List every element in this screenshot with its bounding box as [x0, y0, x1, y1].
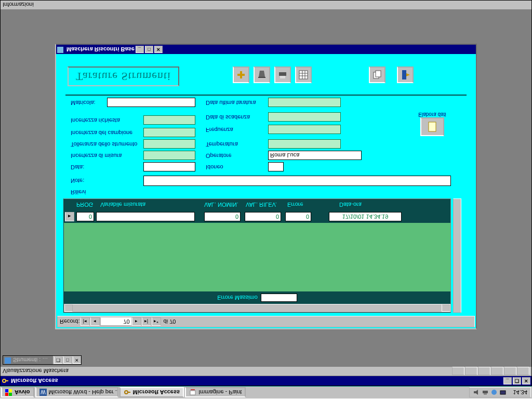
cell-variabile[interactable]	[96, 212, 195, 221]
min-close-button[interactable]: ✕	[73, 356, 81, 364]
close-button[interactable]: ✕	[522, 377, 530, 384]
label-note: Note:	[71, 178, 84, 184]
copy-button[interactable]	[369, 66, 385, 83]
tray-printer-icon[interactable]	[482, 389, 489, 396]
label-inccamp: Incertezza del campione	[71, 130, 132, 136]
start-button[interactable]: Avvio	[1, 388, 34, 398]
errore-massimo-input[interactable]	[261, 294, 297, 302]
svg-marker-33	[406, 73, 410, 76]
note-input[interactable]	[143, 176, 451, 186]
min-restore-button[interactable]: ❐	[54, 356, 62, 364]
svg-text:W: W	[41, 390, 46, 395]
nav-next-button[interactable]: ▸	[132, 317, 141, 326]
svg-rect-24	[280, 76, 285, 78]
cell-dataora[interactable]: 17/10/01 14.34.19	[329, 212, 402, 221]
form-window: Maschera Riscontri Base _ □ ✕ Record: |◂…	[55, 44, 477, 329]
nav-new-button[interactable]: ▸*	[152, 317, 161, 326]
elabora-dati-label: Elabora dati	[417, 112, 448, 117]
svg-rect-0	[5, 393, 8, 396]
incertezza-richiesta-input[interactable]	[143, 115, 195, 125]
status-bar: Informazioni	[1, 1, 531, 10]
label-temperatura: Temperatura	[206, 141, 238, 148]
svg-rect-32	[402, 70, 406, 79]
label-increq: Incertezza richiesta	[71, 117, 120, 124]
data-input[interactable]	[143, 162, 195, 171]
subform-data-row: ▸ 0 0 0 0 17/10/01 14.34.19	[64, 211, 450, 222]
matricola-input[interactable]	[107, 98, 195, 107]
add-button[interactable]	[233, 66, 249, 83]
col-errore: Errore	[287, 202, 303, 208]
incertezza-misura-input[interactable]	[143, 151, 195, 160]
view-mode-bar: Visualizzazione Maschera	[1, 367, 531, 376]
svg-rect-11	[483, 391, 488, 394]
minimized-strumenti-window[interactable]: Strumenti : … ❐ □ ✕	[3, 355, 82, 365]
svg-rect-2	[5, 390, 8, 393]
incertezza-campione-input[interactable]	[143, 128, 195, 137]
nav-first-button[interactable]: |◂	[81, 317, 90, 326]
tray-display-icon[interactable]	[499, 389, 507, 396]
errore-massimo-label: Errore Massimo	[217, 295, 258, 301]
subform-vscroll[interactable]	[453, 198, 461, 313]
subform-hscroll[interactable]	[64, 304, 450, 312]
document-icon	[427, 121, 438, 132]
cell-valnom[interactable]: 0	[204, 212, 241, 221]
elabora-dati-button[interactable]	[420, 117, 444, 136]
exit-door-icon	[400, 69, 411, 81]
temperatura-input[interactable]	[268, 139, 341, 149]
taskbar-item-label: Microsoft Word - Help per ...	[49, 390, 118, 396]
frequenza-input[interactable]	[268, 125, 341, 134]
svg-rect-16	[5, 380, 8, 381]
subform-empty-area	[64, 223, 450, 291]
svg-rect-9	[191, 390, 195, 391]
cell-valril[interactable]: 0	[245, 212, 281, 221]
exit-button[interactable]	[397, 66, 414, 83]
mdi-area: Strumenti : … ❐ □ ✕ Maschera Riscontri B…	[1, 10, 531, 367]
cyan-area: Errore Massimo ▸ 0 0 0 0 17/10/01 14.34.…	[60, 57, 472, 316]
label-operatore: Operatore	[206, 153, 232, 159]
svg-rect-17	[5, 357, 11, 364]
form-close-button[interactable]: ✕	[154, 46, 163, 53]
tray-speaker-icon[interactable]	[473, 389, 480, 396]
hscroll-left-button[interactable]	[64, 304, 73, 312]
data-ultima-taratura-input[interactable]	[268, 98, 341, 107]
plus-icon	[236, 70, 246, 79]
svg-rect-18	[57, 47, 63, 53]
cell-prog[interactable]: 0	[76, 212, 94, 221]
taskbar-item-paint[interactable]: Immagine - Paint	[185, 388, 246, 398]
idoneo-input[interactable]	[268, 162, 284, 171]
form-maximize-button[interactable]: □	[145, 46, 153, 53]
svg-rect-21	[237, 74, 245, 76]
row-selector[interactable]: ▸	[65, 212, 74, 221]
taskbar-item-access[interactable]: Microsoft Access	[119, 388, 184, 398]
app-title: Microsoft Access	[11, 378, 58, 384]
min-maximize-button[interactable]: □	[63, 356, 72, 364]
label-datascad: Data di scadenza	[206, 114, 250, 121]
datasheet-button[interactable]	[295, 66, 312, 83]
tolleranza-strumento-input[interactable]	[143, 139, 195, 149]
data-scadenza-input[interactable]	[268, 112, 341, 122]
form-minimize-button[interactable]: _	[136, 46, 144, 53]
word-icon: W	[39, 389, 47, 396]
errore-massimo-row: Errore Massimo	[64, 292, 450, 303]
tray-agent-icon[interactable]	[490, 389, 498, 396]
delete-button[interactable]	[254, 66, 270, 83]
form-icon	[57, 46, 64, 53]
form-heading: Tarature Strumenti	[68, 66, 179, 86]
svg-rect-22	[258, 77, 265, 78]
operatore-input[interactable]: Roma Luca	[268, 151, 362, 160]
nav-last-button[interactable]: ▸|	[142, 317, 151, 326]
cell-errore[interactable]: 0	[285, 212, 311, 221]
hscroll-right-button[interactable]	[442, 304, 450, 312]
label-data: Data:	[71, 164, 84, 170]
restore-button[interactable]: ❐	[513, 377, 521, 384]
nav-prev-button[interactable]: ◂	[90, 317, 100, 326]
record-number-input[interactable]	[100, 317, 131, 326]
print-button[interactable]	[274, 66, 291, 83]
record-of-label: di 70	[164, 318, 176, 325]
taskbar-item-word[interactable]: W Microsoft Word - Help per ...	[35, 388, 118, 398]
svg-rect-19	[429, 122, 436, 131]
windows-logo-icon	[5, 389, 12, 396]
record-label: Record:	[60, 318, 80, 325]
label-dataulttar: Data ultima taratura	[206, 100, 256, 106]
minimize-button[interactable]: _	[503, 377, 512, 384]
